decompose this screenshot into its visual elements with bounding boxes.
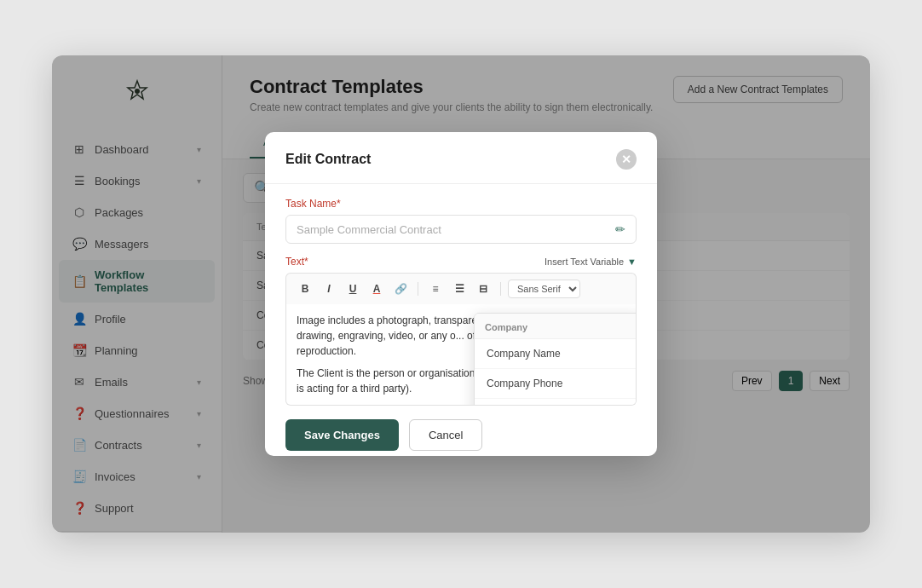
dropdown-arrow-icon: ▼ <box>627 257 637 267</box>
bold-button[interactable]: B <box>295 279 315 299</box>
cancel-button[interactable]: Cancel <box>409 419 482 451</box>
company-section-title: Company <box>475 314 637 339</box>
align-left-button[interactable]: ≡ <box>425 279 446 299</box>
italic-button[interactable]: I <box>319 279 339 299</box>
modal-body: Task Name* Sample Commercial Contract ✏ … <box>265 184 657 419</box>
modal-header: Edit Contract ✕ <box>265 132 657 184</box>
insert-text-variable-btn[interactable]: Insert Text Variable ▼ <box>545 257 637 267</box>
text-editor[interactable]: Image includes a photograph, transparenc… <box>285 304 637 406</box>
divider2 <box>500 282 501 296</box>
link-button[interactable]: 🔗 <box>390 279 411 299</box>
font-select[interactable]: Sans Serif <box>508 280 580 298</box>
task-name-label: Task Name* <box>285 198 637 210</box>
text-label: Text* <box>285 256 308 268</box>
edit-icon: ✏ <box>615 222 625 236</box>
align-button[interactable]: ⊟ <box>473 279 493 299</box>
insert-variable-dropdown[interactable]: Company Company Name Company Phone Compa… <box>474 313 637 406</box>
task-name-field[interactable]: Sample Commercial Contract ✏ <box>285 215 637 244</box>
dropdown-item-company-email[interactable]: Company Email <box>475 399 637 406</box>
text-toolbar: B I U A 🔗 ≡ ☰ ⊟ Sans Serif <box>285 273 637 304</box>
modal-overlay: Edit Contract ✕ Task Name* Sample Commer… <box>52 55 870 533</box>
color-button[interactable]: A <box>366 279 387 299</box>
modal-title: Edit Contract <box>285 152 371 167</box>
dropdown-item-company-name[interactable]: Company Name <box>475 339 637 369</box>
underline-button[interactable]: U <box>343 279 363 299</box>
dropdown-item-company-phone[interactable]: Company Phone <box>475 369 637 399</box>
list-button[interactable]: ☰ <box>449 279 470 299</box>
modal-footer: Save Changes Cancel <box>265 419 657 468</box>
edit-contract-modal: Edit Contract ✕ Task Name* Sample Commer… <box>265 132 657 456</box>
task-name-placeholder: Sample Commercial Contract <box>297 223 441 236</box>
insert-text-variable-label: Insert Text Variable <box>545 257 624 267</box>
divider <box>418 282 418 296</box>
modal-close-button[interactable]: ✕ <box>616 149 637 170</box>
save-changes-button[interactable]: Save Changes <box>285 419 399 451</box>
